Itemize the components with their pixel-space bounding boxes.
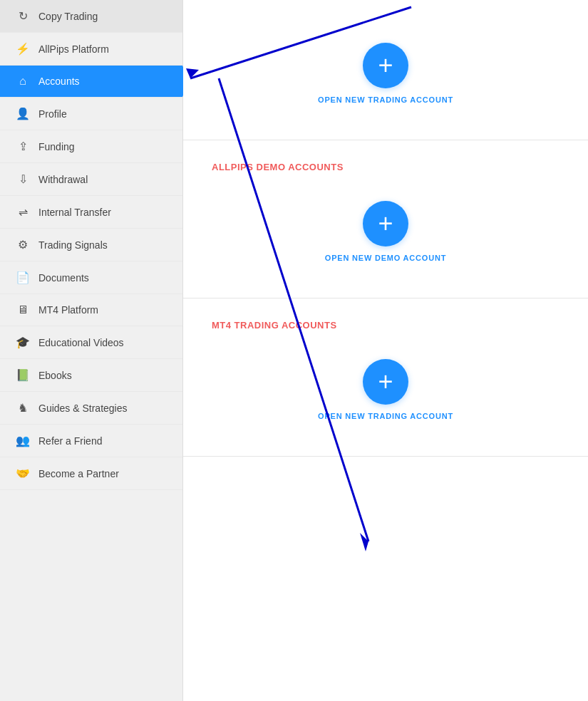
- section-demo-accounts: ALLPIPS DEMO ACCOUNTS+OPEN NEW DEMO ACCO…: [183, 140, 588, 298]
- section-title-demo-accounts: ALLPIPS DEMO ACCOUNTS: [212, 162, 559, 172]
- sidebar-item-label: Internal Transfer: [38, 207, 111, 218]
- sidebar-item-funding[interactable]: ⇪Funding: [0, 130, 182, 163]
- sidebar-item-label: MT4 Platform: [38, 304, 98, 316]
- copy-trading-icon: ↻: [14, 9, 31, 23]
- open-account-button-mt4-accounts[interactable]: +: [363, 359, 408, 405]
- ebooks-icon: 📗: [14, 368, 31, 382]
- documents-icon: 📄: [14, 271, 31, 284]
- sidebar: ↻Copy Trading⚡AllPips Platform⌂Accounts👤…: [0, 0, 183, 701]
- main-content: +OPEN NEW TRADING ACCOUNTALLPIPS DEMO AC…: [183, 0, 588, 701]
- sidebar-item-label: Withdrawal: [38, 174, 88, 185]
- sidebar-item-refer-friend[interactable]: 👥Refer a Friend: [0, 425, 182, 457]
- open-account-label-mt4-accounts: OPEN NEW TRADING ACCOUNT: [318, 412, 453, 420]
- add-btn-wrap-live-accounts: +OPEN NEW TRADING ACCOUNT: [212, 28, 559, 118]
- sidebar-item-label: Accounts: [38, 76, 80, 87]
- open-account-button-demo-accounts[interactable]: +: [363, 201, 408, 246]
- sidebar-item-label: Become a Partner: [38, 468, 119, 479]
- withdrawal-icon: ⇩: [14, 172, 31, 186]
- sidebar-item-label: Documents: [38, 272, 89, 284]
- sidebar-item-label: AllPips Platform: [38, 43, 109, 55]
- sidebar-item-copy-trading[interactable]: ↻Copy Trading: [0, 0, 182, 33]
- section-mt4-accounts: MT4 TRADING ACCOUNTS+OPEN NEW TRADING AC…: [183, 298, 588, 457]
- allpips-platform-icon: ⚡: [14, 42, 31, 56]
- sidebar-item-profile[interactable]: 👤Profile: [0, 98, 182, 130]
- refer-friend-icon: 👥: [14, 434, 31, 447]
- svg-marker-3: [360, 533, 368, 551]
- guides-strategies-icon: ♞: [14, 401, 31, 415]
- sidebar-item-become-partner[interactable]: 🤝Become a Partner: [0, 457, 182, 490]
- sidebar-item-trading-signals[interactable]: ⚙Trading Signals: [0, 229, 182, 261]
- sidebar-item-mt4-platform[interactable]: 🖥MT4 Platform: [0, 294, 182, 326]
- add-btn-wrap-demo-accounts: +OPEN NEW DEMO ACCOUNT: [212, 187, 559, 276]
- sidebar-item-label: Profile: [38, 108, 67, 120]
- sidebar-item-internal-transfer[interactable]: ⇌Internal Transfer: [0, 196, 182, 229]
- sidebar-item-label: Funding: [38, 141, 75, 152]
- sidebar-item-label: Guides & Strategies: [38, 403, 128, 414]
- sidebar-item-label: Trading Signals: [38, 239, 108, 251]
- sidebar-item-label: Copy Trading: [38, 11, 98, 22]
- open-account-label-demo-accounts: OPEN NEW DEMO ACCOUNT: [325, 254, 446, 262]
- sidebar-item-label: Refer a Friend: [38, 435, 102, 447]
- internal-transfer-icon: ⇌: [14, 205, 31, 219]
- funding-icon: ⇪: [14, 140, 31, 153]
- profile-icon: 👤: [14, 107, 31, 120]
- section-title-mt4-accounts: MT4 TRADING ACCOUNTS: [212, 320, 559, 331]
- educational-videos-icon: 🎓: [14, 336, 31, 349]
- sidebar-item-educational-videos[interactable]: 🎓Educational Videos: [0, 326, 182, 359]
- mt4-platform-icon: 🖥: [14, 303, 31, 316]
- open-account-label-live-accounts: OPEN NEW TRADING ACCOUNT: [318, 95, 453, 104]
- trading-signals-icon: ⚙: [14, 238, 31, 251]
- section-live-accounts: +OPEN NEW TRADING ACCOUNT: [183, 0, 588, 140]
- sidebar-item-withdrawal[interactable]: ⇩Withdrawal: [0, 163, 182, 196]
- add-btn-wrap-mt4-accounts: +OPEN NEW TRADING ACCOUNT: [212, 345, 559, 435]
- sidebar-item-label: Educational Videos: [38, 337, 124, 348]
- sidebar-item-ebooks[interactable]: 📗Ebooks: [0, 359, 182, 392]
- accounts-icon: ⌂: [14, 75, 31, 88]
- become-partner-icon: 🤝: [14, 467, 31, 480]
- sidebar-item-allpips-platform[interactable]: ⚡AllPips Platform: [0, 33, 182, 66]
- sidebar-item-accounts[interactable]: ⌂Accounts: [0, 66, 182, 98]
- sidebar-item-label: Ebooks: [38, 370, 72, 381]
- sidebar-item-documents[interactable]: 📄Documents: [0, 261, 182, 294]
- sidebar-item-guides-strategies[interactable]: ♞Guides & Strategies: [0, 392, 182, 425]
- open-account-button-live-accounts[interactable]: +: [363, 43, 408, 88]
